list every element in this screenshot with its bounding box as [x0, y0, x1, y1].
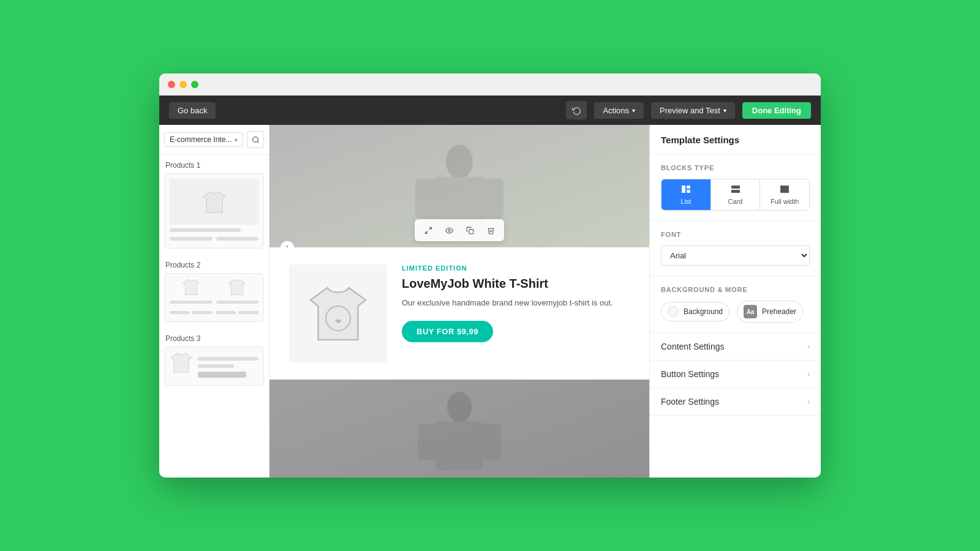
svg-point-12 [447, 392, 472, 422]
main-layout: E-commerce Inte... ▾ Products 1 [159, 125, 821, 478]
placeholder-line [170, 301, 213, 304]
svg-rect-17 [687, 186, 690, 189]
top-nav: Go back Actions ▾ Preview and Test ▾ Don… [159, 96, 821, 125]
panel-title: Template Settings [650, 125, 821, 154]
placeholder-line [216, 301, 259, 304]
placeholder-line [216, 311, 236, 314]
card-layout-icon [731, 184, 741, 194]
svg-text:❤: ❤ [335, 318, 342, 326]
sidebar-search-bar: E-commerce Inte... ▾ [159, 125, 269, 155]
product-description: Our exclusive handmade brand new lovemyj… [402, 297, 630, 310]
placeholder-line [198, 372, 246, 378]
block-type-card-button[interactable]: Card [711, 179, 761, 210]
svg-rect-14 [418, 424, 437, 460]
svg-point-2 [446, 144, 473, 179]
email-product-block: ❤ LIMITED EDITION LoveMyJob White T-Shir… [270, 247, 649, 380]
dot-yellow[interactable] [179, 81, 187, 88]
product-title: LoveMyJob White T-Shirt [402, 277, 630, 291]
svg-line-7 [425, 231, 428, 233]
products-section-3: Products 3 [159, 328, 269, 386]
product-card-3[interactable] [164, 347, 264, 386]
block-type-list-button[interactable]: List [662, 179, 711, 210]
actions-chevron-icon: ▾ [632, 107, 635, 114]
product-card-1[interactable] [164, 173, 264, 249]
tshirt-row [170, 279, 258, 317]
card-icon [731, 184, 741, 195]
placeholder-line [170, 237, 213, 241]
eye-button[interactable] [440, 222, 458, 239]
product-image: ❤ [289, 264, 387, 362]
dropdown-chevron-icon: ▾ [235, 137, 238, 143]
background-more-label: BACKGROUND & MORE [661, 286, 810, 293]
fullwidth-layout-icon [780, 184, 790, 194]
svg-rect-4 [415, 179, 437, 219]
placeholder-line [170, 311, 190, 314]
font-section: FONT Arial Georgia Helvetica Times New R… [650, 221, 821, 276]
product-thumbnail-1 [170, 179, 258, 225]
background-swatch [668, 306, 679, 317]
placeholder-lines-row [170, 234, 258, 243]
email-hero-bottom [270, 380, 649, 478]
block-type-fullwidth-button[interactable]: Full width [760, 179, 809, 210]
search-icon [252, 136, 260, 144]
blocks-type-label: BLOCKS TYPE [661, 164, 810, 171]
block-toolbar-top [415, 219, 504, 241]
history-button[interactable] [566, 101, 587, 119]
list-layout-icon [681, 184, 691, 194]
font-label: FONT [661, 231, 810, 238]
tshirt-icon-2b [228, 279, 246, 296]
chevron-right-icon-footer: › [807, 397, 810, 406]
preview-and-test-button[interactable]: Preview and Test ▾ [651, 102, 735, 119]
tshirt-icon-1 [202, 190, 227, 214]
search-button[interactable] [247, 131, 264, 148]
products-3-label: Products 3 [159, 328, 269, 347]
tshirt-icon-2a [182, 279, 200, 296]
chevron-right-icon-content: › [807, 342, 810, 351]
aa-badge: Aa [744, 305, 757, 318]
button-settings-row[interactable]: Button Settings › [650, 361, 821, 388]
list-icon [681, 184, 691, 195]
move-up-button[interactable] [420, 222, 437, 239]
preheader-chip[interactable]: Aa Preheader [737, 301, 803, 323]
background-row: Background Aa Preheader [661, 301, 810, 323]
products-2-label: Products 2 [159, 255, 269, 273]
products-section-2: Products 2 [159, 255, 269, 322]
actions-button[interactable]: Actions ▾ [594, 102, 644, 119]
product-card-2[interactable] [164, 273, 264, 322]
done-editing-button[interactable]: Done Editing [742, 102, 811, 119]
preview-chevron-icon: ▾ [723, 107, 726, 114]
right-panel: Template Settings BLOCKS TYPE List [649, 125, 821, 478]
buy-button[interactable]: BUY FOR $9,99 [402, 321, 493, 342]
duplicate-button[interactable] [461, 222, 478, 239]
svg-point-0 [252, 137, 258, 142]
svg-rect-5 [482, 179, 503, 219]
placeholder-line [216, 237, 259, 241]
history-icon [572, 106, 581, 115]
move-icon [424, 227, 432, 234]
eye-icon [445, 227, 453, 234]
content-settings-row[interactable]: Content Settings › [650, 333, 821, 361]
browser-window: Go back Actions ▾ Preview and Test ▾ Don… [159, 73, 821, 478]
svg-rect-21 [780, 186, 789, 193]
background-chip[interactable]: Background [661, 302, 729, 321]
blocks-type-section: BLOCKS TYPE List [650, 154, 821, 221]
footer-settings-row[interactable]: Footer Settings › [650, 388, 821, 416]
trash-icon [487, 227, 495, 234]
svg-rect-18 [687, 190, 690, 193]
delete-button[interactable] [482, 222, 499, 239]
go-back-button[interactable]: Go back [169, 102, 216, 119]
hero-image-svg-bottom [398, 380, 521, 478]
hero-image-bottom [270, 380, 649, 478]
dot-red[interactable] [168, 81, 175, 88]
font-select[interactable]: Arial Georgia Helvetica Times New Roman … [661, 246, 810, 266]
placeholder-line [170, 228, 241, 232]
left-sidebar: E-commerce Inte... ▾ Products 1 [159, 125, 270, 478]
dot-green[interactable] [191, 81, 198, 88]
placeholder-line [238, 311, 258, 314]
badge: LIMITED EDITION [402, 264, 630, 272]
copy-icon [466, 227, 474, 234]
product-tshirt-svg: ❤ [307, 285, 369, 343]
products-section-1: Products 1 [159, 155, 269, 249]
ecommerce-dropdown[interactable]: E-commerce Inte... ▾ [164, 132, 243, 147]
placeholder-line [198, 364, 234, 368]
